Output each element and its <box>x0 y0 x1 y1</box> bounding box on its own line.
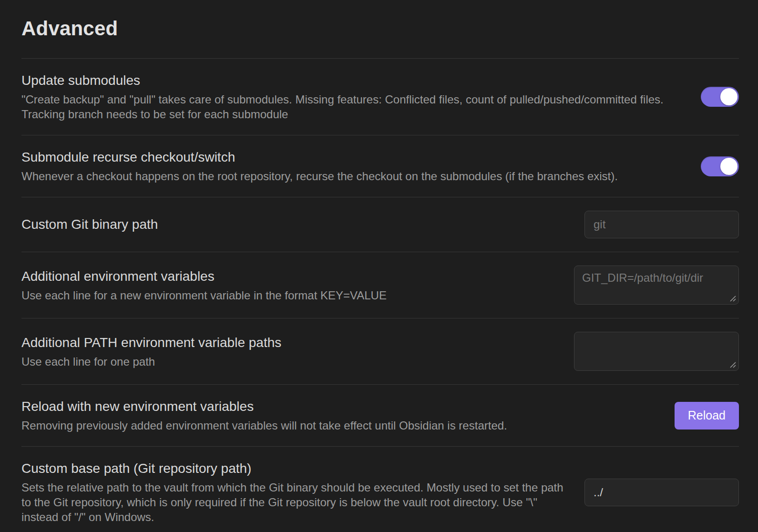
path-env-variables-textarea[interactable] <box>574 332 739 371</box>
env-variables-textarea[interactable] <box>574 266 739 305</box>
base-path-input[interactable] <box>584 479 739 506</box>
toggle-knob <box>720 158 738 175</box>
setting-description: Use each line for a new environment vari… <box>21 288 554 303</box>
setting-name: Custom Git binary path <box>21 216 564 233</box>
setting-description: Use each line for one path <box>21 354 554 369</box>
setting-env-variables: Additional environment variables Use eac… <box>21 252 739 318</box>
setting-submodule-recurse: Submodule recurse checkout/switch Whenev… <box>21 135 739 197</box>
setting-description: Sets the relative path to the vault from… <box>21 480 564 524</box>
setting-reload-env: Reload with new environment variables Re… <box>21 384 739 446</box>
setting-git-binary-path: Custom Git binary path <box>21 197 739 252</box>
setting-description: Whenever a checkout happens on the root … <box>21 169 681 184</box>
setting-update-submodules: Update submodules "Create backup" and "p… <box>21 58 739 135</box>
toggle-knob <box>720 88 738 105</box>
setting-description: "Create backup" and "pull" takes care of… <box>21 92 681 122</box>
setting-custom-base-path: Custom base path (Git repository path) S… <box>21 446 739 532</box>
settings-list: Update submodules "Create backup" and "p… <box>21 58 739 532</box>
setting-name: Additional environment variables <box>21 268 554 285</box>
setting-name: Custom base path (Git repository path) <box>21 460 564 477</box>
setting-name: Additional PATH environment variable pat… <box>21 334 554 351</box>
submodule-recurse-toggle[interactable] <box>701 156 739 176</box>
setting-name: Submodule recurse checkout/switch <box>21 149 681 166</box>
reload-button[interactable]: Reload <box>675 402 739 430</box>
setting-name: Reload with new environment variables <box>21 398 655 415</box>
setting-description: Removing previously added environment va… <box>21 418 655 433</box>
git-binary-path-input[interactable] <box>584 211 739 238</box>
setting-path-env-variables: Additional PATH environment variable pat… <box>21 318 739 384</box>
update-submodules-toggle[interactable] <box>701 87 739 107</box>
page-title: Advanced <box>21 16 739 41</box>
setting-name: Update submodules <box>21 72 681 89</box>
